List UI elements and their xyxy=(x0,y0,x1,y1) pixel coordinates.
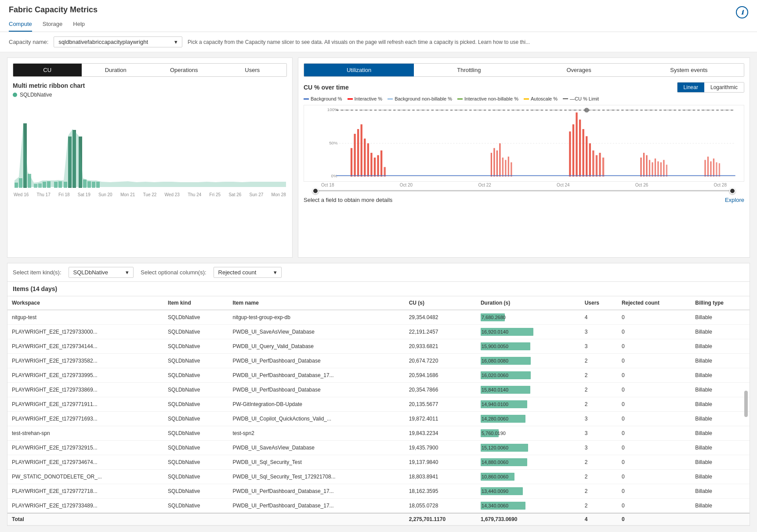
cell-users: 3 xyxy=(580,412,617,426)
cell-item-name: nitgup-test-group-exp-db xyxy=(228,310,404,325)
cu-x-axis: Oct 18 Oct 20 Oct 22 Oct 24 Oct 26 Oct 2… xyxy=(304,182,744,187)
legend-cu-limit-color xyxy=(563,98,568,99)
cell-item-name: PWDB_UI_Query_Valid_Database xyxy=(228,339,404,354)
cell-users: 3 xyxy=(580,426,617,441)
cell-cu: 20,933.6821 xyxy=(405,339,476,354)
x-oct18: Oct 18 xyxy=(321,183,334,187)
table-row: PLAYWRIGHT_E2E_t1729733869... SQLDbNativ… xyxy=(7,383,750,397)
nav-help[interactable]: Help xyxy=(73,18,85,32)
tab-operations[interactable]: Operations xyxy=(150,64,218,76)
table-body: nitgup-test SQLDbNative nitgup-test-grou… xyxy=(7,310,750,513)
svg-rect-31 xyxy=(367,144,369,177)
cell-item-kind: SQLDbNative xyxy=(163,441,228,455)
svg-rect-56 xyxy=(640,158,641,176)
cell-rejected: 0 xyxy=(617,310,691,325)
scale-linear-btn[interactable]: Linear xyxy=(677,83,704,92)
cell-rejected: 0 xyxy=(617,325,691,339)
legend-int-nonbillable: Interactive non-billable % xyxy=(457,96,518,101)
cell-item-kind: SQLDbNative xyxy=(163,354,228,368)
svg-rect-67 xyxy=(707,157,709,176)
svg-rect-46 xyxy=(572,124,574,176)
legend-autoscale-color xyxy=(524,98,529,100)
cell-users: 3 xyxy=(580,339,617,354)
capacity-label: Capacity name: xyxy=(9,39,48,45)
cell-duration: 14,340.0060 xyxy=(476,499,580,514)
cell-workspace: PLAYWRIGHT_E2E_t1729771693... xyxy=(7,412,163,426)
slider-right-thumb[interactable] xyxy=(729,188,735,194)
cell-duration: 15,840.0140 xyxy=(476,383,580,397)
svg-rect-63 xyxy=(660,162,662,176)
optional-col-dropdown[interactable]: Rejected count ▾ xyxy=(214,267,282,278)
cell-cu: 19,435.7900 xyxy=(405,441,476,455)
scale-buttons: Linear Logarithmic xyxy=(677,82,744,93)
scale-logarithmic-btn[interactable]: Logarithmic xyxy=(704,83,744,92)
table-row: PLAYWRIGHT_E2E_t1729733489... SQLDbNativ… xyxy=(7,499,750,514)
right-tab-bar: Utilization Throttling Overages System e… xyxy=(304,63,744,77)
legend-int-nonbillable-label: Interactive non-billable % xyxy=(464,96,518,101)
main-nav: Compute Storage Help xyxy=(9,18,748,32)
item-kind-dropdown[interactable]: SQLDbNative ▾ xyxy=(69,267,134,278)
left-tab-bar: CU Duration Operations Users xyxy=(13,63,287,77)
cell-rejected: 0 xyxy=(617,354,691,368)
slider-left-thumb[interactable] xyxy=(312,188,319,194)
cell-users: 4 xyxy=(580,310,617,325)
cu-footer: Select a field to obtain more details Ex… xyxy=(304,194,744,206)
explore-link[interactable]: Explore xyxy=(725,197,744,203)
range-slider-track[interactable] xyxy=(312,190,735,191)
cell-item-name: PWDB_UI_Sql_Security_Test xyxy=(228,455,404,470)
x-label-sat19: Sat 19 xyxy=(78,192,91,197)
svg-rect-39 xyxy=(496,151,498,176)
svg-rect-33 xyxy=(374,158,376,176)
cell-duration: 14,880.0060 xyxy=(476,455,580,470)
cell-rejected: 0 xyxy=(617,441,691,455)
cu-chart: 100% 50% 0% xyxy=(304,105,744,182)
tab-users[interactable]: Users xyxy=(218,64,287,76)
capacity-bar: Capacity name: sqldbnativefabriccapacity… xyxy=(0,32,757,52)
cell-workspace: PLAYWRIGHT_E2E_t1729772718... xyxy=(7,484,163,499)
legend-interactive-color xyxy=(348,98,353,100)
cell-users: 2 xyxy=(580,354,617,368)
cell-billing: Billable xyxy=(691,470,750,484)
tab-throttling[interactable]: Throttling xyxy=(414,64,524,76)
col-header-item-name: Item name xyxy=(228,296,404,310)
tab-system-events[interactable]: System events xyxy=(634,64,744,76)
left-panel: CU Duration Operations Users Multi metri… xyxy=(7,58,293,258)
cell-billing: Billable xyxy=(691,499,750,514)
legend-cu-limit: —CU % Limit xyxy=(563,96,599,101)
info-icon[interactable]: ℹ xyxy=(736,6,748,18)
tab-duration[interactable]: Duration xyxy=(82,64,150,76)
svg-rect-50 xyxy=(586,136,587,176)
cell-cu: 18,055.0728 xyxy=(405,499,476,514)
capacity-dropdown[interactable]: sqldbnativefabriccapacityplaywright ▾ xyxy=(54,36,182,47)
svg-rect-61 xyxy=(655,158,656,176)
vertical-scrollbar[interactable] xyxy=(744,391,748,417)
cell-item-kind: SQLDbNative xyxy=(163,310,228,325)
cell-item-kind: SQLDbNative xyxy=(163,339,228,354)
cell-cu: 19,137.9840 xyxy=(405,455,476,470)
cell-rejected: 0 xyxy=(617,397,691,412)
cu-chart-svg: 100% 50% 0% xyxy=(304,105,744,181)
svg-rect-68 xyxy=(710,162,711,177)
col-header-users: Users xyxy=(580,296,617,310)
cell-item-kind: SQLDbNative xyxy=(163,470,228,484)
svg-rect-32 xyxy=(370,153,372,176)
tab-utilization[interactable]: Utilization xyxy=(304,64,414,76)
nav-compute[interactable]: Compute xyxy=(9,18,32,32)
cell-users: 2 xyxy=(580,383,617,397)
dropdown-arrow-icon: ▾ xyxy=(174,39,177,45)
cell-duration: 15,900.0050 xyxy=(476,339,580,354)
table-total-row: Total 2,275,701.1170 1,679,733.0690 4 0 xyxy=(7,513,750,525)
cell-rejected: 0 xyxy=(617,339,691,354)
x-label-wed16: Wed 16 xyxy=(14,192,29,197)
nav-storage[interactable]: Storage xyxy=(43,18,63,32)
table-row: PLAYWRIGHT_E2E_t1729732915... SQLDbNativ… xyxy=(7,441,750,455)
tab-cu[interactable]: CU xyxy=(13,64,82,76)
cell-billing: Billable xyxy=(691,368,750,383)
total-users: 4 xyxy=(580,513,617,525)
x-label-sat26: Sat 26 xyxy=(228,192,241,197)
svg-rect-71 xyxy=(719,163,720,176)
capacity-value: sqldbnativefabriccapacityplaywright xyxy=(58,39,148,45)
tab-overages[interactable]: Overages xyxy=(524,64,634,76)
legend-autoscale: Autoscale % xyxy=(524,96,558,101)
legend-autoscale-label: Autoscale % xyxy=(531,96,558,101)
